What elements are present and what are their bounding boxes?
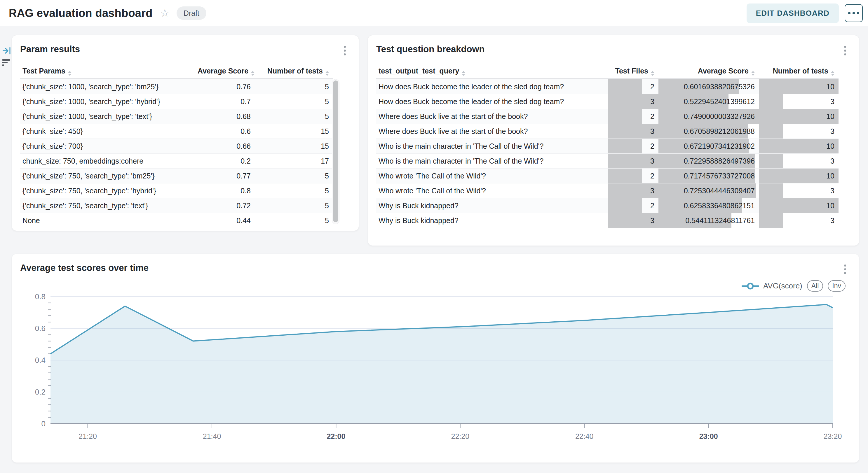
cell-test-files[interactable]: 2 bbox=[608, 109, 658, 124]
table-row[interactable]: {'chunk_size': 750, 'search_type': 'text… bbox=[20, 198, 333, 213]
cell-number-of-tests[interactable]: 10 bbox=[759, 109, 839, 124]
column-header-number-of-tests[interactable]: Number of tests bbox=[759, 64, 839, 79]
cell-average-score[interactable]: 0.76 bbox=[195, 79, 255, 94]
cell-test-files[interactable]: 2 bbox=[608, 169, 658, 183]
table-row[interactable]: Who wrote 'The Call of the Wild'?30.7253… bbox=[376, 183, 839, 198]
avg-scores-chart[interactable]: 00.20.40.60.821:2021:4022:0022:2022:4023… bbox=[12, 277, 859, 458]
table-row[interactable]: {'chunk_size': 750, 'search_type': 'hybr… bbox=[20, 183, 333, 198]
cell-average-score[interactable]: 0.7174576733727008 bbox=[658, 169, 759, 183]
cell-test-params[interactable]: {'chunk_size': 750, 'search_type': 'bm25… bbox=[20, 169, 195, 183]
table-row[interactable]: {'chunk_size': 1000, 'search_type': 'hyb… bbox=[20, 94, 333, 109]
cell-test-files[interactable]: 3 bbox=[608, 213, 658, 228]
cell-average-score[interactable]: 0.6258336480862151 bbox=[658, 198, 759, 213]
cell-test-query[interactable]: Why is Buck kidnapped? bbox=[376, 213, 608, 228]
column-header-average-score[interactable]: Average Score bbox=[195, 64, 255, 79]
cell-number-of-tests[interactable]: 5 bbox=[255, 94, 333, 109]
cell-test-params[interactable]: None bbox=[20, 213, 195, 228]
table-row[interactable]: How does Buck become the leader of the s… bbox=[376, 94, 839, 109]
table-row[interactable]: {'chunk_size': 1000, 'search_type': 'bm2… bbox=[20, 79, 333, 94]
cell-number-of-tests[interactable]: 3 bbox=[759, 124, 839, 139]
cell-number-of-tests[interactable]: 10 bbox=[759, 79, 839, 94]
cell-number-of-tests[interactable]: 5 bbox=[255, 213, 333, 228]
cell-number-of-tests[interactable]: 3 bbox=[759, 183, 839, 198]
table-row[interactable]: chunk_size: 750, embeddings:cohere0.217 bbox=[20, 154, 333, 169]
cell-test-files[interactable]: 2 bbox=[608, 79, 658, 94]
cell-average-score[interactable]: 0.6 bbox=[195, 124, 255, 139]
cell-average-score[interactable]: 0.7490000003327926 bbox=[658, 109, 759, 124]
filter-button[interactable] bbox=[2, 58, 10, 67]
column-header-test-output-test-query[interactable]: test_output_test_query bbox=[376, 64, 608, 79]
more-options-button[interactable] bbox=[845, 4, 863, 22]
cell-number-of-tests[interactable]: 5 bbox=[255, 79, 333, 94]
cell-test-query[interactable]: Who is the main character in 'The Call o… bbox=[376, 154, 608, 169]
table-row[interactable]: None0.445 bbox=[20, 213, 333, 228]
cell-average-score[interactable]: 0.7 bbox=[195, 94, 255, 109]
column-header-test-params[interactable]: Test Params bbox=[20, 64, 195, 79]
table-row[interactable]: {'chunk_size': 700}0.6615 bbox=[20, 139, 333, 154]
table-row[interactable]: {'chunk_size': 450}0.615 bbox=[20, 124, 333, 139]
table-row[interactable]: Where does Buck live at the start of the… bbox=[376, 109, 839, 124]
cell-average-score[interactable]: 0.6016938820675326 bbox=[658, 79, 759, 94]
cell-number-of-tests[interactable]: 17 bbox=[255, 154, 333, 169]
cell-average-score[interactable]: 0.8 bbox=[195, 183, 255, 198]
table-row[interactable]: Where does Buck live at the start of the… bbox=[376, 124, 839, 139]
card-menu-button[interactable] bbox=[343, 45, 347, 57]
cell-average-score[interactable]: 0.7229588826497396 bbox=[658, 154, 759, 169]
cell-test-params[interactable]: chunk_size: 750, embeddings:cohere bbox=[20, 154, 195, 169]
cell-test-files[interactable]: 3 bbox=[608, 154, 658, 169]
cell-average-score[interactable]: 0.72 bbox=[195, 198, 255, 213]
column-header-test-files[interactable]: Test Files bbox=[608, 64, 658, 79]
edit-dashboard-button[interactable]: EDIT DASHBOARD bbox=[747, 3, 839, 23]
cell-average-score[interactable]: 0.2 bbox=[195, 154, 255, 169]
cell-test-params[interactable]: {'chunk_size': 750, 'search_type': 'hybr… bbox=[20, 183, 195, 198]
cell-test-params[interactable]: {'chunk_size': 1000, 'search_type': 'bm2… bbox=[20, 79, 195, 94]
cell-average-score[interactable]: 0.5441113246811761 bbox=[658, 213, 759, 228]
cell-test-files[interactable]: 3 bbox=[608, 94, 658, 109]
cell-number-of-tests[interactable]: 10 bbox=[759, 169, 839, 183]
cell-average-score[interactable]: 0.6705898212061988 bbox=[658, 124, 759, 139]
cell-test-query[interactable]: Who is the main character in 'The Call o… bbox=[376, 139, 608, 154]
table-row[interactable]: Who is the main character in 'The Call o… bbox=[376, 154, 839, 169]
table-row[interactable]: Who wrote 'The Call of the Wild'?20.7174… bbox=[376, 169, 839, 183]
cell-test-params[interactable]: {'chunk_size': 450} bbox=[20, 124, 195, 139]
cell-number-of-tests[interactable]: 5 bbox=[255, 169, 333, 183]
cell-number-of-tests[interactable]: 5 bbox=[255, 183, 333, 198]
cell-average-score[interactable]: 0.77 bbox=[195, 169, 255, 183]
cell-average-score[interactable]: 0.6721907341231902 bbox=[658, 139, 759, 154]
cell-number-of-tests[interactable]: 5 bbox=[255, 109, 333, 124]
cell-test-params[interactable]: {'chunk_size': 750, 'search_type': 'text… bbox=[20, 198, 195, 213]
star-icon[interactable]: ☆ bbox=[160, 8, 169, 19]
cell-average-score[interactable]: 0.7253044446309407 bbox=[658, 183, 759, 198]
cell-number-of-tests[interactable]: 15 bbox=[255, 124, 333, 139]
cell-test-query[interactable]: Who wrote 'The Call of the Wild'? bbox=[376, 169, 608, 183]
card-menu-button[interactable] bbox=[843, 263, 847, 275]
table-row[interactable]: {'chunk_size': 1000, 'search_type': 'tex… bbox=[20, 109, 333, 124]
cell-test-query[interactable]: Where does Buck live at the start of the… bbox=[376, 124, 608, 139]
cell-test-files[interactable]: 3 bbox=[608, 183, 658, 198]
cell-number-of-tests[interactable]: 3 bbox=[759, 94, 839, 109]
cell-number-of-tests[interactable]: 15 bbox=[255, 139, 333, 154]
table-row[interactable]: Why is Buck kidnapped?20.625833648086215… bbox=[376, 198, 839, 213]
cell-test-files[interactable]: 2 bbox=[608, 139, 658, 154]
cell-number-of-tests[interactable]: 3 bbox=[759, 213, 839, 228]
cell-test-query[interactable]: Why is Buck kidnapped? bbox=[376, 198, 608, 213]
cell-test-files[interactable]: 2 bbox=[608, 198, 658, 213]
column-header-average-score[interactable]: Average Score bbox=[658, 64, 759, 79]
cell-test-query[interactable]: How does Buck become the leader of the s… bbox=[376, 79, 608, 94]
table-row[interactable]: {'chunk_size': 750, 'search_type': 'bm25… bbox=[20, 169, 333, 183]
table-row[interactable]: Why is Buck kidnapped?30.544111324681176… bbox=[376, 213, 839, 228]
cell-average-score[interactable]: 0.44 bbox=[195, 213, 255, 228]
cell-number-of-tests[interactable]: 10 bbox=[759, 139, 839, 154]
table-row[interactable]: Who is the main character in 'The Call o… bbox=[376, 139, 839, 154]
cell-test-query[interactable]: Where does Buck live at the start of the… bbox=[376, 109, 608, 124]
cell-test-params[interactable]: {'chunk_size': 700} bbox=[20, 139, 195, 154]
cell-average-score[interactable]: 0.68 bbox=[195, 109, 255, 124]
table-row[interactable]: How does Buck become the leader of the s… bbox=[376, 79, 839, 94]
cell-test-query[interactable]: Who wrote 'The Call of the Wild'? bbox=[376, 183, 608, 198]
scrollbar-thumb[interactable] bbox=[333, 80, 338, 222]
column-header-number-of-tests[interactable]: Number of tests bbox=[255, 64, 333, 79]
table-scrollbar[interactable] bbox=[332, 79, 339, 224]
cell-average-score[interactable]: 0.66 bbox=[195, 139, 255, 154]
cell-test-params[interactable]: {'chunk_size': 1000, 'search_type': 'hyb… bbox=[20, 94, 195, 109]
card-menu-button[interactable] bbox=[843, 45, 847, 57]
